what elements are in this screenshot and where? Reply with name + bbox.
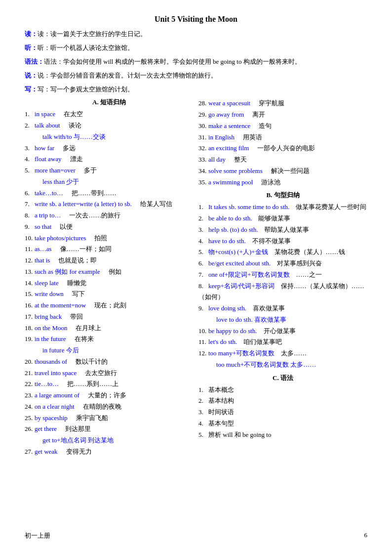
grammar-list: 1.基本概念2.基本结构3.时间状语4.基本句型5.辨析 will 和 be g… (198, 384, 367, 441)
vocab-item: 8.a trip to… 一次去……的旅行 (25, 210, 194, 221)
pattern-item: 12.too many+可数名词复数 太多…… (198, 348, 367, 359)
vocab-item: 19.in the future 在将来 (25, 334, 194, 345)
vocab-item: 35.a swimming pool 游泳池 (198, 177, 367, 188)
pattern-item: 5.物+cost(s) (+人)+金钱 某物花费（某人）……钱 (198, 247, 367, 258)
vocab-sub-item: less than 少于 (25, 176, 194, 188)
vocab-item: 32.an exciting film 一部令人兴奋的电影 (198, 143, 367, 154)
pattern-item: 3.help sb. (to) do sth. 帮助某人做某事 (198, 224, 367, 236)
vocab-item: 33.all day 整天 (198, 154, 367, 166)
pattern-item: 2.be able to do sth. 能够做某事 (198, 213, 367, 224)
vocab-item: 34.solve some problems 解决一些问题 (198, 166, 367, 177)
vocab-item: 25.by spaceship 乘宇宙飞船 (25, 413, 194, 424)
section-a-title: A. 短语归纳 (25, 98, 194, 107)
vocab-item: 16.at the moment=now 现在；此刻 (25, 300, 194, 311)
vocab-item: 31.in English 用英语 (198, 132, 367, 143)
vocab-item: 29.go away from 离开 (198, 109, 367, 121)
grammar-item: 4.基本句型 (198, 418, 367, 429)
vocab-item: 11.as…as 像……一样；如同 (25, 244, 194, 255)
vocab-item: 30.make a sentence 造句 (198, 121, 367, 132)
vocab-item: 4.float away 漂走 (25, 154, 194, 165)
pattern-item: 4.have to do sth. 不得不做某事 (198, 236, 367, 247)
vocab-item: 17.bring back 带回 (25, 311, 194, 323)
footer: 初一上册 6 (25, 531, 367, 540)
vocab-item: 15.write down 写下 (25, 289, 194, 300)
vocab-item: 28.wear a spacesuit 穿宇航服 (198, 98, 367, 109)
vocab-item: 5.more than=over 多于 (25, 165, 194, 176)
grammar-item: 5.辨析 will 和 be going to (198, 429, 367, 441)
pattern-item: 9.love doing sth. 喜欢做某事 (198, 303, 367, 314)
vocab-item: 20.thousands of 数以千计的 (25, 356, 194, 368)
pattern-sub-item: too much+不可数名词复数 太多…… (198, 359, 367, 371)
pattern-item: 8.keep+名词/代词+形容词 保持……（某人或某物）……（如何） (198, 281, 367, 303)
pattern-item: 11.let's do sth. 咱们做某事吧 (198, 337, 367, 348)
vocab-item: 12.that is 也就是说；即 (25, 255, 194, 266)
pattern-item: 6.be/get excited about sth. 对某事感到兴奋 (198, 258, 367, 269)
pattern-item: 10.be happy to do sth. 开心做某事 (198, 326, 367, 337)
vocab-sub-item: in future 今后 (25, 345, 194, 356)
vocab-item: 14.sleep late 睡懒觉 (25, 278, 194, 289)
footer-left: 初一上册 (25, 531, 50, 540)
footer-right: 6 (364, 531, 368, 540)
vocab-item: 10.take photos/pictures 拍照 (25, 233, 194, 244)
pattern-sub-item: love to do sth. 喜欢做某事 (198, 314, 367, 326)
intro-block: 读：读：读一篇关于太空旅行的学生日记。 听：听：听一个机器人谈论太空旅馆。 语法… (25, 29, 367, 95)
grammar-item: 1.基本概念 (198, 384, 367, 396)
vocab-item: 2.talk about 谈论 (25, 120, 194, 131)
vocab-item: 24.on a clear night 在晴朗的夜晚 (25, 401, 194, 413)
right-column: 28.wear a spacesuit 穿宇航服29.go away from … (198, 98, 367, 457)
vocab-sub-item: talk with/to 与……交谈 (25, 131, 194, 143)
pattern-item: 1.It takes sb. some time to do sth. 做某事花… (198, 202, 367, 213)
vocab-item: 21.travel into space 去太空旅行 (25, 368, 194, 379)
vocab-item: 13.such as 例如 for example 例如 (25, 266, 194, 278)
vocab-item: 27.get weak 变得无力 (25, 446, 194, 458)
vocab-item: 23.a large amount of 大量的；许多 (25, 390, 194, 401)
page-title: Unit 5 Visiting the Moon (25, 15, 367, 24)
vocab-item: 26.get there 到达那里 (25, 424, 194, 435)
section-c-title: C. 语法 (198, 374, 367, 383)
pattern-item: 7.one of+限定词+可数名词复数 ……之一 (198, 269, 367, 281)
vocab-list-right: 28.wear a spacesuit 穿宇航服29.go away from … (198, 98, 367, 188)
grammar-item: 2.基本结构 (198, 395, 367, 407)
vocab-item: 18.on the Moon 在月球上 (25, 323, 194, 334)
vocab-item: 6.take…to… 把……带到…… (25, 188, 194, 199)
vocab-sub-item: get to+地点名词 到达某地 (25, 435, 194, 446)
vocab-item: 7.write sb. a letter=write (a letter) to… (25, 199, 194, 210)
vocab-item: 22.tie…to… 把……系到……上 (25, 379, 194, 390)
vocab-item: 1.in space 在太空 (25, 109, 194, 120)
vocab-item: 3.how far 多远 (25, 143, 194, 154)
vocab-list-left: 1.in space 在太空2.talk about 谈论talk with/t… (25, 109, 194, 457)
pattern-list: 1.It takes sb. some time to do sth. 做某事花… (198, 202, 367, 370)
section-b-title: B. 句型归纳 (198, 191, 367, 200)
vocab-item: 9.so that 以便 (25, 221, 194, 233)
grammar-item: 3.时间状语 (198, 407, 367, 418)
left-column: A. 短语归纳 1.in space 在太空2.talk about 谈论tal… (25, 98, 194, 457)
